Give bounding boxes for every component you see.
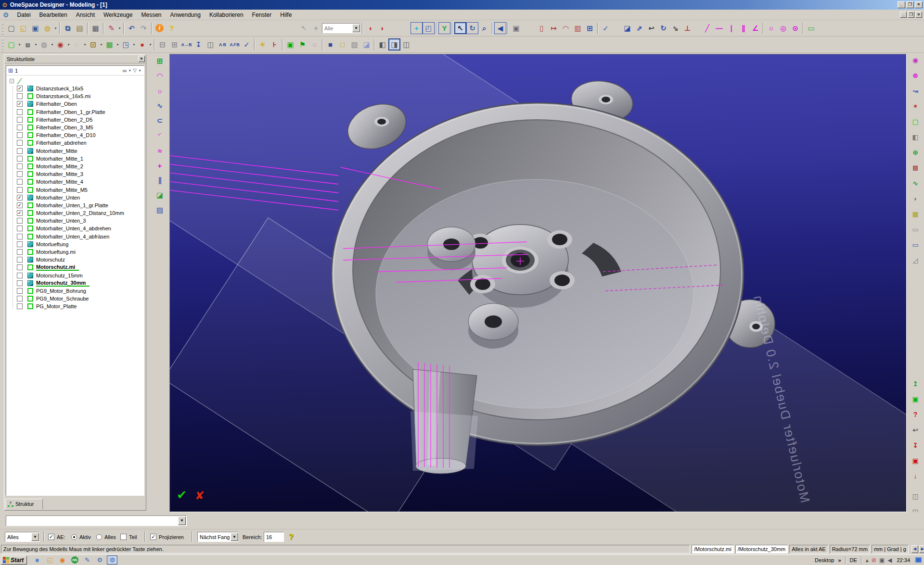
tree-item-checkbox[interactable]: [17, 140, 23, 146]
bereich-input[interactable]: 16: [264, 532, 284, 542]
tree-item-label[interactable]: Motorhalter_Mitte_3: [36, 171, 83, 177]
tree-item[interactable]: Motorhalter_Unten_3: [8, 217, 144, 225]
tab-struktur[interactable]: Struktur: [5, 499, 43, 509]
box-view2-button[interactable]: ◫: [400, 38, 412, 50]
hs-icon[interactable]: HS: [69, 555, 80, 565]
surface-checker-button[interactable]: ▦: [909, 208, 922, 220]
paste-button[interactable]: ▤: [74, 22, 86, 34]
menu-ansicht[interactable]: Ansicht: [72, 10, 99, 20]
filter-dropdown-icon[interactable]: ▾: [138, 69, 142, 73]
coordsys-axis-button[interactable]: ⊦: [269, 38, 281, 50]
view-axis-button[interactable]: Y: [438, 22, 450, 34]
tree-item-checkbox[interactable]: ✓: [17, 101, 23, 107]
dropdown-arrow-icon[interactable]: ▾: [117, 26, 122, 30]
display-settings-icon[interactable]: ▣: [879, 557, 885, 564]
tree-item-label[interactable]: Motorschutz: [36, 257, 65, 263]
measure-distance-button[interactable]: ↦: [548, 22, 560, 34]
tree-item-checkbox[interactable]: [17, 296, 23, 301]
open-file-button[interactable]: ◱: [17, 22, 29, 34]
binoculars-dropdown-icon[interactable]: ▾: [128, 69, 132, 73]
tree-item[interactable]: Motorlueftung.mi: [8, 248, 144, 256]
box-hole-button[interactable]: ▣: [909, 454, 922, 467]
structure-panel-close-icon[interactable]: ×: [138, 56, 145, 62]
extrude-step-button[interactable]: ◧: [909, 131, 922, 143]
volume-icon[interactable]: ◀: [887, 557, 892, 564]
tree-item-label[interactable]: PG9_Motor_Bohrung: [36, 288, 86, 294]
sketch-parallel-button[interactable]: ∥: [154, 174, 166, 187]
load-part-button[interactable]: ◍: [41, 22, 53, 34]
tree-item[interactable]: Motorhalter_Mitte_2: [8, 163, 144, 170]
measure-length-button[interactable]: ▯: [536, 22, 548, 34]
face-blue-button[interactable]: ▭: [909, 239, 922, 251]
tree-item-label[interactable]: Motorhalter_Unten_4_abfräsen: [36, 234, 109, 239]
workplane-new-button[interactable]: ▢: [5, 38, 17, 50]
3d-model-canvas[interactable]: Motorluefter Duebel 2.0 Delphin: [170, 54, 906, 512]
measure-radius-button[interactable]: ◠: [560, 22, 572, 34]
blend-button[interactable]: ◌: [71, 38, 83, 50]
cancel-x-button[interactable]: ✘: [195, 490, 205, 502]
tree-item[interactable]: Filterhalter_abdrehen: [8, 139, 144, 147]
part-new-button[interactable]: ⊟: [156, 38, 168, 50]
circle-3pt-button[interactable]: ⊙: [789, 22, 801, 34]
tree-item[interactable]: Filterhalter_Oben_4_D10: [8, 131, 144, 139]
tree-item-checkbox[interactable]: [17, 257, 23, 263]
minimize-button[interactable]: _: [898, 1, 905, 8]
tree-item-label[interactable]: Distanzstueck_16x5: [36, 86, 83, 91]
close-button[interactable]: ×: [915, 1, 923, 8]
machine-button[interactable]: ⊡: [87, 38, 99, 50]
tree-item[interactable]: Filterhalter_Oben_3_M5: [8, 124, 144, 131]
tree-item-checkbox[interactable]: [17, 148, 23, 154]
line-parallel-button[interactable]: ∥: [737, 22, 749, 34]
tree-item-checkbox[interactable]: [17, 264, 23, 270]
tree-item[interactable]: ✓Filterhalter_Oben: [8, 100, 144, 108]
turn-button-dropdown-icon[interactable]: ▾: [50, 43, 54, 47]
aktiv-radio[interactable]: [71, 532, 77, 542]
fang-combobox-arrow-icon[interactable]: ▼: [231, 533, 238, 541]
tree-item-label[interactable]: Motorhalter_Mitte_4: [36, 179, 83, 185]
delete3d-button-dropdown-icon[interactable]: ▾: [148, 43, 153, 47]
highlight-add-button[interactable]: ◖: [364, 22, 376, 34]
box-query-button[interactable]: ?: [909, 408, 922, 421]
tree-item-label[interactable]: Motorhalter_Unten_1_gr.Platte: [36, 202, 108, 208]
line-vertical-button[interactable]: ∣: [725, 22, 737, 34]
tree-root-row[interactable]: − ╱: [8, 77, 144, 85]
tree-item[interactable]: Motorhalter_Mitte_3: [8, 170, 144, 178]
list-view-icon[interactable]: ⊞: [8, 67, 13, 74]
tree-item[interactable]: Motorschutz_15mm: [8, 272, 144, 279]
menu-datei[interactable]: Datei: [13, 10, 35, 20]
hiddenline-view-button[interactable]: ▨: [348, 38, 360, 50]
shaded-view-button[interactable]: ■: [324, 38, 336, 50]
no-connection-icon[interactable]: ⊘: [872, 557, 876, 564]
tree-item-checkbox[interactable]: ✓: [17, 195, 23, 201]
tree-item-label[interactable]: Filterhalter_Oben_4_D10: [36, 132, 96, 138]
tree-item[interactable]: ✓Motorhalter_Unten_2_Distanz_10mm: [8, 209, 144, 217]
box-cut-down-button[interactable]: ↧: [909, 439, 922, 452]
hide-icons-icon[interactable]: ▴: [866, 557, 869, 564]
machine-button-dropdown-icon[interactable]: ▾: [99, 43, 103, 47]
filter-icon[interactable]: ▽: [133, 68, 137, 73]
circle-2pt-button[interactable]: ◎: [777, 22, 789, 34]
select-lasso-button[interactable]: ⌖: [310, 22, 322, 34]
alles-combobox[interactable]: Alles ▼: [5, 532, 39, 542]
tree-item-checkbox[interactable]: [17, 117, 23, 123]
rotate-view-button[interactable]: ↻: [466, 22, 478, 34]
tree-item-checkbox[interactable]: [17, 241, 23, 247]
pan-view-button[interactable]: +: [411, 22, 423, 34]
tree-item-label[interactable]: PG9_Motor_Schraube: [36, 296, 89, 301]
workplane-flag-button[interactable]: ⚑: [296, 38, 308, 50]
copy-button[interactable]: ⧉: [62, 22, 74, 34]
tree-item-checkbox[interactable]: [17, 280, 23, 286]
tree-item-label[interactable]: Distanzstueck_16x5.mi: [36, 93, 90, 99]
tree-item-checkbox[interactable]: [17, 109, 23, 115]
transform-move-button[interactable]: ⇗: [633, 22, 645, 34]
command-combobox[interactable]: ▼: [6, 515, 187, 526]
tree-item-label[interactable]: PG_Motor_Platte: [36, 303, 77, 309]
tree-item[interactable]: Filterhalter_Oben_1_gr.Platte: [8, 108, 144, 116]
reposition-button[interactable]: A→B: [180, 38, 192, 50]
sweep-button[interactable]: ◗: [909, 192, 922, 205]
zoom-in-button[interactable]: ⌕: [478, 22, 490, 34]
undo-button[interactable]: ↶: [126, 22, 138, 34]
sketch-arc-button[interactable]: ◠: [154, 70, 166, 82]
chamfer-button[interactable]: ◫: [909, 490, 922, 502]
transform-rotate-button[interactable]: ↻: [657, 22, 669, 34]
